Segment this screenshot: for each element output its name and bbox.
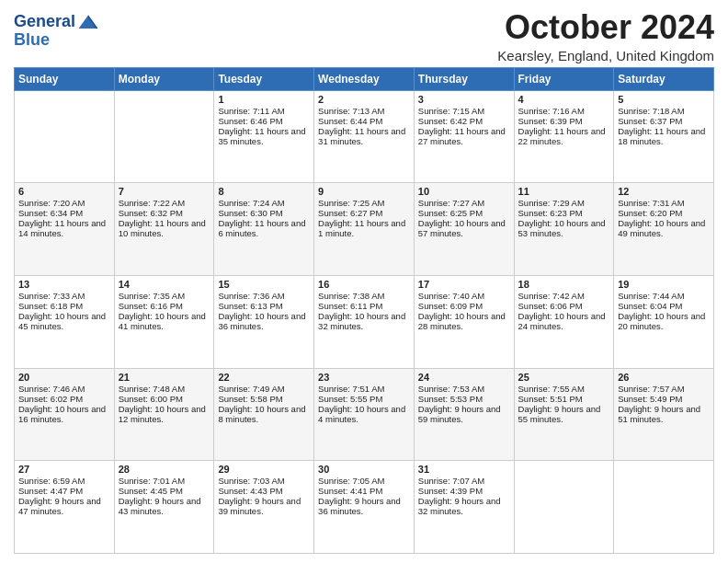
day-number: 25: [518, 372, 610, 383]
sunrise-text: Sunrise: 7:16 AM: [518, 106, 610, 116]
daylight-text: Daylight: 11 hours and 18 minutes.: [618, 126, 710, 146]
sunrise-text: Sunrise: 7:29 AM: [518, 198, 610, 208]
sunrise-text: Sunrise: 7:05 AM: [318, 476, 410, 486]
sunset-text: Sunset: 4:43 PM: [218, 486, 310, 496]
calendar-cell: 17Sunrise: 7:40 AMSunset: 6:09 PMDayligh…: [414, 275, 514, 368]
sunset-text: Sunset: 5:49 PM: [618, 394, 710, 404]
calendar-cell: 26Sunrise: 7:57 AMSunset: 5:49 PMDayligh…: [614, 368, 714, 461]
sunrise-text: Sunrise: 7:42 AM: [518, 291, 610, 301]
daylight-text: Daylight: 11 hours and 10 minutes.: [119, 218, 210, 238]
calendar-week-4: 20Sunrise: 7:46 AMSunset: 6:02 PMDayligh…: [15, 368, 714, 461]
day-number: 18: [518, 279, 610, 290]
daylight-text: Daylight: 9 hours and 55 minutes.: [518, 404, 610, 424]
sunrise-text: Sunrise: 7:07 AM: [418, 476, 510, 486]
sunrise-text: Sunrise: 7:15 AM: [418, 106, 510, 116]
sunset-text: Sunset: 6:04 PM: [618, 301, 710, 311]
sunset-text: Sunset: 6:18 PM: [18, 301, 110, 311]
daylight-text: Daylight: 9 hours and 47 minutes.: [18, 496, 110, 516]
day-number: 3: [418, 94, 510, 105]
month-title: October 2024: [497, 9, 714, 46]
sunrise-text: Sunrise: 7:20 AM: [18, 198, 110, 208]
calendar-cell: 23Sunrise: 7:51 AMSunset: 5:55 PMDayligh…: [314, 368, 415, 461]
calendar-cell: 2Sunrise: 7:13 AMSunset: 6:44 PMDaylight…: [314, 90, 415, 183]
sunset-text: Sunset: 5:55 PM: [318, 394, 410, 404]
day-number: 8: [218, 186, 310, 197]
day-header-thursday: Thursday: [414, 67, 514, 90]
sunset-text: Sunset: 6:37 PM: [618, 116, 710, 126]
sunset-text: Sunset: 4:41 PM: [318, 486, 410, 496]
daylight-text: Daylight: 10 hours and 20 minutes.: [618, 311, 710, 331]
sunset-text: Sunset: 6:44 PM: [318, 116, 410, 126]
sunset-text: Sunset: 6:16 PM: [119, 301, 210, 311]
daylight-text: Daylight: 10 hours and 49 minutes.: [618, 218, 710, 238]
day-header-tuesday: Tuesday: [214, 67, 314, 90]
daylight-text: Daylight: 11 hours and 27 minutes.: [418, 126, 510, 146]
logo-text-blue: Blue: [14, 31, 99, 50]
sunrise-text: Sunrise: 7:01 AM: [119, 476, 210, 486]
sunrise-text: Sunrise: 7:46 AM: [18, 384, 110, 394]
daylight-text: Daylight: 9 hours and 36 minutes.: [318, 496, 410, 516]
day-number: 13: [18, 279, 110, 290]
calendar-cell: [614, 461, 714, 554]
sunset-text: Sunset: 4:39 PM: [418, 486, 510, 496]
calendar-cell: 3Sunrise: 7:15 AMSunset: 6:42 PMDaylight…: [414, 90, 514, 183]
sunrise-text: Sunrise: 7:33 AM: [18, 291, 110, 301]
day-number: 15: [218, 279, 310, 290]
sunrise-text: Sunrise: 7:48 AM: [119, 384, 210, 394]
calendar-cell: 12Sunrise: 7:31 AMSunset: 6:20 PMDayligh…: [614, 183, 714, 276]
header: General Blue October 2024 Kearsley, Engl…: [14, 9, 714, 63]
daylight-text: Daylight: 9 hours and 51 minutes.: [618, 404, 710, 424]
calendar-cell: 21Sunrise: 7:48 AMSunset: 6:00 PMDayligh…: [114, 368, 214, 461]
calendar-cell: 16Sunrise: 7:38 AMSunset: 6:11 PMDayligh…: [314, 275, 415, 368]
daylight-text: Daylight: 11 hours and 31 minutes.: [318, 126, 410, 146]
calendar-cell: 6Sunrise: 7:20 AMSunset: 6:34 PMDaylight…: [15, 183, 115, 276]
calendar-cell: 8Sunrise: 7:24 AMSunset: 6:30 PMDaylight…: [214, 183, 314, 276]
sunrise-text: Sunrise: 7:22 AM: [119, 198, 210, 208]
day-number: 28: [119, 464, 210, 475]
day-number: 6: [18, 186, 110, 197]
daylight-text: Daylight: 10 hours and 41 minutes.: [119, 311, 210, 331]
day-number: 29: [218, 464, 310, 475]
sunrise-text: Sunrise: 7:53 AM: [418, 384, 510, 394]
day-number: 7: [119, 186, 210, 197]
daylight-text: Daylight: 10 hours and 28 minutes.: [418, 311, 510, 331]
sunrise-text: Sunrise: 7:36 AM: [218, 291, 310, 301]
sunset-text: Sunset: 6:27 PM: [318, 208, 410, 218]
daylight-text: Daylight: 10 hours and 45 minutes.: [18, 311, 110, 331]
calendar-header-row: SundayMondayTuesdayWednesdayThursdayFrid…: [15, 67, 714, 90]
calendar-cell: 4Sunrise: 7:16 AMSunset: 6:39 PMDaylight…: [514, 90, 614, 183]
sunrise-text: Sunrise: 7:25 AM: [318, 198, 410, 208]
day-number: 20: [18, 372, 110, 383]
day-header-wednesday: Wednesday: [314, 67, 415, 90]
title-block: October 2024 Kearsley, England, United K…: [497, 9, 714, 63]
logo-text-general: General: [14, 13, 75, 31]
day-number: 9: [318, 186, 410, 197]
daylight-text: Daylight: 11 hours and 14 minutes.: [18, 218, 110, 238]
sunrise-text: Sunrise: 7:38 AM: [318, 291, 410, 301]
calendar-week-3: 13Sunrise: 7:33 AMSunset: 6:18 PMDayligh…: [15, 275, 714, 368]
day-number: 12: [618, 186, 710, 197]
sunset-text: Sunset: 6:11 PM: [318, 301, 410, 311]
location-subtitle: Kearsley, England, United Kingdom: [497, 48, 714, 63]
sunset-text: Sunset: 6:39 PM: [518, 116, 610, 126]
calendar-week-5: 27Sunrise: 6:59 AMSunset: 4:47 PMDayligh…: [15, 461, 714, 554]
daylight-text: Daylight: 10 hours and 16 minutes.: [18, 404, 110, 424]
daylight-text: Daylight: 10 hours and 32 minutes.: [318, 311, 410, 331]
calendar-cell: 31Sunrise: 7:07 AMSunset: 4:39 PMDayligh…: [414, 461, 514, 554]
calendar-cell: 9Sunrise: 7:25 AMSunset: 6:27 PMDaylight…: [314, 183, 415, 276]
sunset-text: Sunset: 6:32 PM: [119, 208, 210, 218]
calendar-cell: 15Sunrise: 7:36 AMSunset: 6:13 PMDayligh…: [214, 275, 314, 368]
calendar-cell: 11Sunrise: 7:29 AMSunset: 6:23 PMDayligh…: [514, 183, 614, 276]
daylight-text: Daylight: 10 hours and 8 minutes.: [218, 404, 310, 424]
sunset-text: Sunset: 6:42 PM: [418, 116, 510, 126]
calendar-cell: 18Sunrise: 7:42 AMSunset: 6:06 PMDayligh…: [514, 275, 614, 368]
day-number: 30: [318, 464, 410, 475]
sunset-text: Sunset: 4:45 PM: [119, 486, 210, 496]
daylight-text: Daylight: 11 hours and 35 minutes.: [218, 126, 310, 146]
sunset-text: Sunset: 5:58 PM: [218, 394, 310, 404]
sunrise-text: Sunrise: 7:35 AM: [119, 291, 210, 301]
sunrise-text: Sunrise: 6:59 AM: [18, 476, 110, 486]
day-header-friday: Friday: [514, 67, 614, 90]
sunset-text: Sunset: 6:06 PM: [518, 301, 610, 311]
day-number: 1: [218, 94, 310, 105]
